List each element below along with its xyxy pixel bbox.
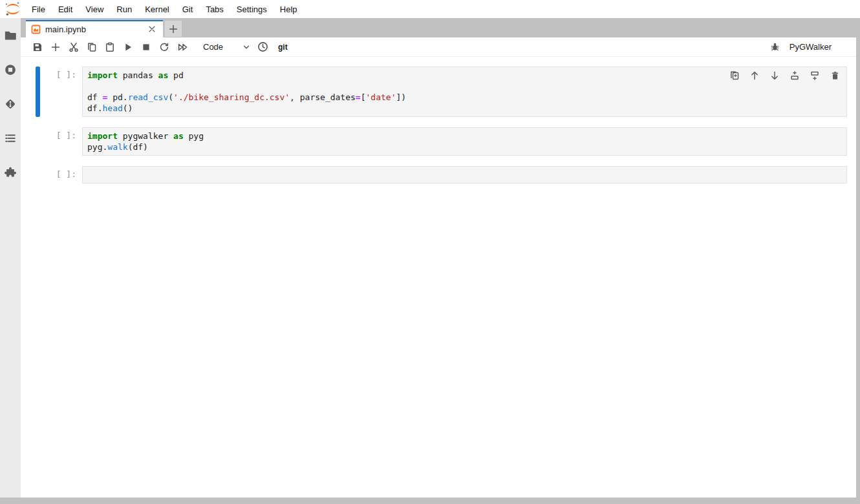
notebook-content: [ ]:import pandas as pddf = pd.read_csv(… [21,57,856,184]
code-token: pd. [107,92,127,102]
paste-cells-button[interactable] [101,38,119,56]
code-token: = [356,92,361,102]
code-token: 'date' [366,92,396,102]
restart-kernel-button[interactable] [155,38,173,56]
code-token: () [123,103,133,113]
code-token: import [87,131,118,141]
tab-main-ipynb[interactable]: main.ipynb [26,20,163,37]
cell-hover-toolbar [728,69,841,82]
cell-type-dropdown[interactable]: Code [200,39,253,55]
code-token: walk [107,142,127,152]
sidebar-item-running-sessions[interactable] [3,63,17,77]
duplicate-cell-button[interactable] [728,69,741,82]
menu-items: FileEditViewRunKernelGitTabsSettingsHelp [25,0,304,18]
cell-editor[interactable]: import pandas as pddf = pd.read_csv('./b… [82,67,847,117]
notebook-icon [31,25,41,34]
code-line [87,81,842,92]
menu-item-edit[interactable]: Edit [52,5,79,14]
insert-above-icon [790,70,800,81]
save-button[interactable] [28,38,47,56]
cell-editor[interactable] [82,166,847,184]
insert-cell-button[interactable] [47,38,65,56]
code-cell-1[interactable]: [ ]:import pandas as pddf = pd.read_csv(… [26,67,847,117]
code-line: pyg.walk(df) [87,142,842,152]
tab-bar: main.ipynb [21,18,860,37]
code-cell-2[interactable]: [ ]:import pygwalker as pygpyg.walk(df) [26,127,847,156]
kernel-status-icon[interactable] [838,41,850,53]
history-button[interactable] [253,38,272,56]
code-token: pyg [184,131,204,141]
delete-cell-button[interactable] [828,69,841,82]
code-token: './bike_sharing_dc.csv' [173,92,290,102]
copy-cells-button[interactable] [83,38,101,56]
code-line: import pygwalker as pyg [87,131,842,142]
stop-icon [141,42,151,52]
clock-icon [257,41,268,52]
sidebar-item-table-of-contents[interactable] [3,131,17,145]
menu-item-tabs[interactable]: Tabs [199,5,230,14]
cell-collapser[interactable] [36,166,40,184]
restart-icon [159,42,169,52]
cut-icon [69,42,79,52]
notebook-toolbar: Code git PyGWalker [21,37,856,57]
cell-type-value: Code [203,42,223,52]
cell-prompt: [ ]: [56,166,82,184]
cell-editor[interactable]: import pygwalker as pygpyg.walk(df) [82,127,847,156]
code-token: pandas [118,70,158,80]
code-line: df.head() [87,103,842,114]
arrow-up-icon [749,70,760,81]
code-token: head [102,103,122,113]
toolbar-left-buttons [28,38,191,56]
move-cell-down-button[interactable] [768,69,781,82]
cut-cells-button[interactable] [65,38,83,56]
restart-run-all-button[interactable] [173,38,191,56]
code-token: , parse_dates [290,92,356,102]
fast-forward-icon [177,42,188,52]
code-token: as [173,131,184,141]
menu-item-file[interactable]: File [25,5,52,14]
menu-bar: FileEditViewRunKernelGitTabsSettingsHelp [0,0,860,18]
new-tab-button[interactable] [165,21,182,37]
insert-below-icon [810,70,820,81]
git-icon [4,98,17,110]
menu-item-view[interactable]: View [79,5,110,14]
cell-collapser[interactable] [36,67,40,117]
paste-icon [105,42,115,52]
code-line: df = pd.read_csv('./bike_sharing_dc.csv'… [87,92,842,103]
menu-item-kernel[interactable]: Kernel [138,5,176,14]
jupyter-logo-icon [5,1,21,17]
code-token: ( [168,92,173,102]
run-cell-button[interactable] [119,38,137,56]
debugger-button[interactable] [766,38,784,56]
toc-icon [4,132,17,145]
insert-cell-above-button[interactable] [788,69,801,82]
cell-list: [ ]:import pandas as pddf = pd.read_csv(… [26,67,847,184]
menu-item-help[interactable]: Help [274,5,304,14]
close-icon[interactable] [147,25,158,35]
sidebar-item-git[interactable] [3,97,17,111]
sidebar-item-extensions[interactable] [3,165,17,180]
code-token: pygwalker [118,131,173,141]
run-icon [123,42,133,52]
code-token: import [87,70,118,80]
code-token: read_csv [128,92,169,102]
interrupt-kernel-button[interactable] [137,38,155,56]
menu-item-run[interactable]: Run [110,5,138,14]
plus-icon [168,24,178,34]
move-cell-up-button[interactable] [748,69,761,82]
cell-collapser[interactable] [36,127,40,156]
menu-item-settings[interactable]: Settings [230,5,274,14]
code-token: df. [87,103,102,113]
code-token: pd [168,70,183,80]
cell-gutter: [ ]: [26,166,82,184]
code-token: df [87,92,102,102]
cell-gutter: [ ]: [26,67,82,117]
copy-icon [87,42,97,52]
arrow-down-icon [769,70,780,81]
sidebar-item-file-browser[interactable] [3,28,17,43]
code-cell-3[interactable]: [ ]: [26,166,847,184]
menu-item-git[interactable]: Git [176,5,200,14]
git-toolbar-button[interactable]: git [278,43,288,52]
insert-cell-below-button[interactable] [808,69,821,82]
code-token: [ [361,92,366,102]
